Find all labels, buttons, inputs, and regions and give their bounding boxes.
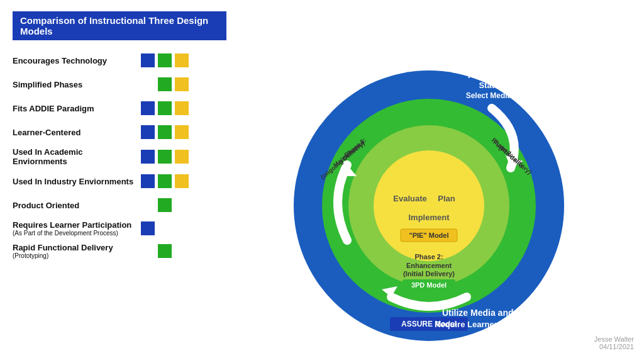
box-empty — [141, 244, 155, 258]
box-blue — [141, 53, 155, 67]
center-evaluate: Evaluate — [393, 194, 426, 203]
list-item: Learner-Centered — [13, 123, 226, 141]
box-empty — [141, 198, 155, 212]
analyze-label2: State Objectives — [479, 81, 542, 90]
row-label: Learner-Centered — [13, 128, 138, 137]
phase2-label2: Enhancement — [406, 262, 452, 269]
list-item: Rapid Functional Delivery (Prototyping) — [13, 243, 226, 260]
boxes — [141, 101, 189, 115]
analyze-label1: Analyze Learners — [468, 70, 541, 80]
row-label: Fits ADDIE Paradigm — [13, 104, 138, 113]
row-label: Simplified Phases — [13, 80, 138, 89]
box-blue — [141, 221, 155, 235]
title-text: Comparison of Instructional Three Design… — [20, 15, 208, 36]
list-item: Used In Academic Enviornments — [13, 147, 226, 166]
box-green — [158, 53, 172, 67]
list-item: Simplified Phases — [13, 76, 226, 93]
box-empty — [158, 221, 172, 235]
phase2-label: Phase 2: — [414, 253, 443, 260]
row-label: Encourages Technology — [13, 56, 138, 65]
yellow-center — [374, 150, 484, 261]
boxes — [141, 174, 189, 188]
box-green — [158, 244, 172, 258]
utilize-label1: Utilize Media and Materials — [442, 308, 554, 318]
list-item: Encourages Technology — [13, 52, 226, 69]
box-green — [158, 198, 172, 212]
row-label: Rapid Functional Delivery (Prototyping) — [13, 243, 138, 259]
box-green — [158, 77, 172, 91]
list-item: Requires Learner Participation (As Part … — [13, 220, 226, 238]
box-blue — [141, 101, 155, 115]
utilize-label2: Require Learner Participation — [435, 320, 549, 329]
title-box: Comparison of Instructional Three Design… — [13, 11, 226, 40]
box-empty — [175, 244, 189, 258]
box-empty — [141, 77, 155, 91]
list-item: Fits ADDIE Paradigm — [13, 99, 226, 117]
box-yellow — [175, 77, 189, 91]
watermark-line1: Jesse Walter — [594, 335, 634, 343]
box-empty — [175, 198, 189, 212]
box-green — [158, 174, 172, 188]
box-yellow — [175, 53, 189, 67]
phase2-label3: (Initial Delivery) — [403, 270, 455, 277]
left-panel: Encourages Technology Simplified Phases — [13, 52, 226, 358]
list-item: Product Oriented — [13, 196, 226, 214]
content-area: Encourages Technology Simplified Phases — [13, 52, 631, 358]
boxes — [141, 221, 189, 235]
boxes — [141, 125, 189, 139]
watermark: Jesse Walter 04/11/2021 — [594, 335, 634, 350]
box-empty — [175, 221, 189, 235]
box-yellow — [175, 101, 189, 115]
diagram-wrapper: Phase 1: Functionality (Pre-delivery) Ph… — [278, 52, 580, 358]
evaluate-revise-label: Evaluate and Revise — [284, 166, 294, 245]
center-implement: Implement — [408, 213, 450, 222]
right-panel: Phase 1: Functionality (Pre-delivery) Ph… — [226, 52, 631, 358]
analyze-label3: Select Media and Materials — [466, 91, 562, 100]
box-blue — [141, 125, 155, 139]
row-label: Used In Academic Enviornments — [13, 147, 138, 166]
list-item: Used In Industry Enviornments — [13, 172, 226, 190]
3pd-badge-text: 3PD Model — [411, 281, 447, 289]
boxes — [141, 150, 189, 164]
row-label: Used In Industry Enviornments — [13, 177, 138, 186]
box-green — [158, 150, 172, 164]
main-container: Comparison of Instructional Three Design… — [0, 0, 644, 358]
box-yellow — [175, 174, 189, 188]
box-yellow — [175, 150, 189, 164]
row-label: Requires Learner Participation (As Part … — [13, 220, 138, 237]
boxes — [141, 198, 189, 212]
box-blue — [141, 150, 155, 164]
box-green — [158, 101, 172, 115]
watermark-line2: 04/11/2021 — [594, 343, 634, 350]
box-blue — [141, 174, 155, 188]
pie-badge-text: "PIE" Model — [409, 232, 449, 239]
boxes — [141, 77, 189, 91]
row-label: Product Oriented — [13, 201, 138, 210]
center-plan: Plan — [438, 194, 455, 203]
boxes — [141, 244, 189, 258]
box-yellow — [175, 125, 189, 139]
diagram-svg: Phase 1: Functionality (Pre-delivery) Ph… — [278, 52, 580, 358]
box-green — [158, 125, 172, 139]
boxes — [141, 53, 189, 67]
